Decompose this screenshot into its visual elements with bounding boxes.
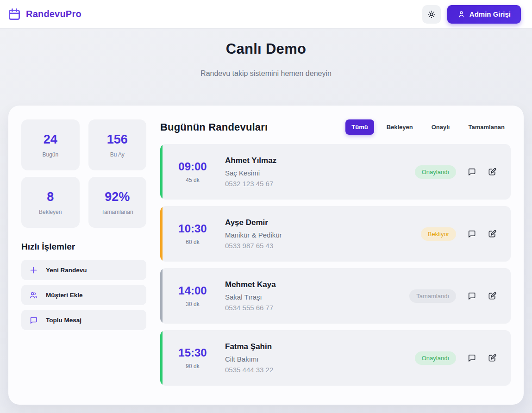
- appointment-duration: 90 dk: [160, 363, 225, 369]
- status-stripe: [160, 144, 163, 200]
- bulk-message-button[interactable]: Toplu Mesaj: [21, 310, 146, 330]
- edit-button[interactable]: [488, 229, 497, 238]
- time-block: 10:30 60 dk: [160, 222, 225, 245]
- tab-all[interactable]: Tümü: [345, 119, 374, 135]
- stat-card-today: 24 Bugün: [21, 119, 80, 170]
- calendar-icon: [7, 7, 21, 21]
- appointment-info: Ayşe Demir Manikür & Pedikür 0533 987 65…: [225, 218, 421, 250]
- status-stripe: [160, 206, 163, 262]
- stat-value: 92%: [105, 190, 130, 204]
- stat-value: 8: [47, 190, 54, 204]
- message-button[interactable]: [467, 229, 476, 238]
- appointments-header: Bugünün Randevuları Tümü Bekleyen Onaylı…: [160, 119, 511, 135]
- edit-button[interactable]: [488, 353, 497, 363]
- add-customer-label: Müşteri Ekle: [46, 292, 83, 299]
- new-appointment-button[interactable]: Yeni Randevu: [21, 260, 146, 280]
- hero-section: Canlı Demo Randevu takip sistemini hemen…: [0, 29, 532, 106]
- edit-icon: [488, 229, 497, 238]
- stats-grid: 24 Bugün 156 Bu Ay 8 Bekleyen 92% Tamaml…: [21, 119, 146, 228]
- customer-phone: 0534 555 66 77: [225, 304, 409, 312]
- stat-label: Bugün: [42, 151, 58, 158]
- appointment-duration: 30 dk: [160, 301, 225, 307]
- top-bar-actions: Admin Girişi: [422, 5, 521, 24]
- service-name: Cilt Bakımı: [225, 355, 415, 363]
- edit-icon: [488, 291, 497, 300]
- customer-phone: 0532 123 45 67: [225, 180, 415, 188]
- bulk-message-label: Toplu Mesaj: [46, 317, 81, 324]
- appointments-section: Bugünün Randevuları Tümü Bekleyen Onaylı…: [160, 119, 511, 392]
- quick-actions-title: Hızlı İşlemler: [21, 242, 146, 252]
- edit-icon: [488, 167, 497, 176]
- message-button[interactable]: [467, 353, 476, 363]
- stat-card-month: 156 Bu Ay: [88, 119, 147, 170]
- admin-login-button[interactable]: Admin Girişi: [447, 5, 521, 24]
- message-icon: [29, 316, 38, 325]
- edit-icon: [488, 353, 497, 363]
- message-button[interactable]: [467, 291, 476, 300]
- stat-value: 156: [107, 132, 128, 147]
- users-icon: [29, 291, 38, 300]
- time-block: 15:30 90 dk: [160, 346, 225, 369]
- status-badge: Onaylandı: [415, 351, 456, 365]
- plus-icon: [29, 266, 38, 275]
- appointment-actions: Tamamlandı: [409, 289, 511, 303]
- brand-name: RandevuPro: [26, 9, 81, 19]
- time-block: 09:00 45 dk: [160, 160, 225, 183]
- new-appointment-label: Yeni Randevu: [46, 267, 87, 274]
- customer-name: Ahmet Yılmaz: [225, 156, 415, 165]
- page-title: Canlı Demo: [0, 41, 532, 57]
- tab-completed[interactable]: Tamamlanan: [462, 119, 511, 135]
- brand-logo[interactable]: RandevuPro: [7, 7, 81, 21]
- appointment-info: Fatma Şahin Cilt Bakımı 0535 444 33 22: [225, 342, 415, 374]
- stat-label: Bekleyen: [39, 209, 62, 215]
- message-button[interactable]: [467, 167, 476, 176]
- time-block: 14:00 30 dk: [160, 284, 225, 307]
- appointment-time: 10:30: [160, 222, 225, 235]
- customer-name: Fatma Şahin: [225, 342, 415, 351]
- appointment-card: 14:00 30 dk Mehmet Kaya Sakal Tıraşı 053…: [160, 268, 511, 324]
- tab-approved[interactable]: Onaylı: [426, 119, 456, 135]
- appointment-time: 09:00: [160, 160, 225, 173]
- stat-value: 24: [44, 132, 57, 147]
- appointment-time: 14:00: [160, 284, 225, 297]
- appointment-info: Ahmet Yılmaz Saç Kesimi 0532 123 45 67: [225, 156, 415, 188]
- appointment-card: 09:00 45 dk Ahmet Yılmaz Saç Kesimi 0532…: [160, 144, 511, 200]
- service-name: Manikür & Pedikür: [225, 231, 421, 239]
- stat-card-completed: 92% Tamamlanan: [88, 177, 147, 228]
- stat-card-pending: 8 Bekleyen: [21, 177, 80, 228]
- filter-tabs: Tümü Bekleyen Onaylı Tamamlanan: [345, 119, 511, 135]
- stat-label: Bu Ay: [110, 151, 125, 158]
- demo-panel: 24 Bugün 156 Bu Ay 8 Bekleyen 92% Tamaml…: [8, 106, 524, 405]
- tab-pending[interactable]: Bekleyen: [381, 119, 419, 135]
- status-badge: Tamamlandı: [409, 289, 456, 303]
- customer-name: Ayşe Demir: [225, 218, 421, 227]
- appointment-card: 10:30 60 dk Ayşe Demir Manikür & Pedikür…: [160, 206, 511, 262]
- appointment-actions: Bekliyor: [421, 227, 511, 241]
- customer-name: Mehmet Kaya: [225, 280, 409, 289]
- appointments-title: Bugünün Randevuları: [160, 121, 268, 133]
- status-stripe: [160, 268, 163, 324]
- edit-button[interactable]: [488, 291, 497, 300]
- stat-label: Tamamlanan: [101, 209, 133, 215]
- appointment-duration: 45 dk: [160, 177, 225, 183]
- appointment-duration: 60 dk: [160, 239, 225, 245]
- message-icon: [467, 291, 476, 300]
- appointment-card: 15:30 90 dk Fatma Şahin Cilt Bakımı 0535…: [160, 330, 511, 386]
- customer-phone: 0535 444 33 22: [225, 366, 415, 374]
- appointment-info: Mehmet Kaya Sakal Tıraşı 0534 555 66 77: [225, 280, 409, 312]
- message-icon: [467, 229, 476, 238]
- sidebar: 24 Bugün 156 Bu Ay 8 Bekleyen 92% Tamaml…: [21, 119, 146, 392]
- sun-icon: [427, 10, 436, 19]
- service-name: Saç Kesimi: [225, 169, 415, 177]
- page-subtitle: Randevu takip sistemini hemen deneyin: [0, 69, 532, 78]
- person-icon: [457, 10, 465, 18]
- service-name: Sakal Tıraşı: [225, 293, 409, 301]
- appointment-time: 15:30: [160, 346, 225, 359]
- appointment-actions: Onaylandı: [415, 351, 511, 365]
- theme-toggle-button[interactable]: [422, 5, 441, 24]
- customer-phone: 0533 987 65 43: [225, 242, 421, 250]
- top-bar: RandevuPro Admin Girişi: [0, 0, 532, 29]
- add-customer-button[interactable]: Müşteri Ekle: [21, 285, 146, 305]
- appointment-actions: Onaylandı: [415, 165, 511, 179]
- edit-button[interactable]: [488, 167, 497, 176]
